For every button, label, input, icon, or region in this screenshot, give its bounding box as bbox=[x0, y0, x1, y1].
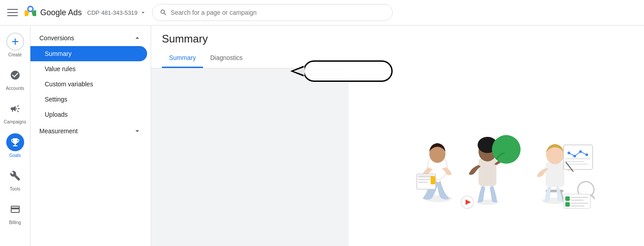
campaigns-icon-circle bbox=[6, 100, 24, 118]
sidebar-item-tools[interactable]: Tools bbox=[0, 163, 30, 195]
search-bar[interactable] bbox=[152, 4, 393, 21]
nav-custom-variables-label: Custom variables bbox=[45, 81, 93, 88]
svg-point-5 bbox=[29, 7, 32, 11]
measurement-label: Measurement bbox=[39, 127, 78, 135]
search-input[interactable] bbox=[171, 9, 385, 16]
svg-rect-30 bbox=[565, 158, 590, 159]
nav-item-value-rules[interactable]: Value rules bbox=[30, 61, 151, 76]
sidebar-item-campaigns[interactable]: Campaigns bbox=[0, 96, 30, 128]
create-icon-circle bbox=[6, 33, 24, 51]
account-info[interactable]: CDP 481-343-5319 bbox=[87, 9, 146, 16]
nav-item-uploads[interactable]: Uploads bbox=[30, 107, 151, 122]
brand-name-label: Google Ads bbox=[40, 8, 82, 17]
tools-icon-circle bbox=[6, 167, 24, 185]
sidebar-item-accounts[interactable]: Accounts bbox=[0, 63, 30, 94]
chevron-down-icon bbox=[140, 9, 147, 16]
accounts-icon-circle bbox=[6, 66, 24, 84]
sidebar-item-goals[interactable]: Goals bbox=[0, 130, 30, 161]
team-illustration bbox=[398, 60, 595, 212]
left-sidebar: Create Accounts Campaigns bbox=[0, 25, 30, 246]
tab-summary-label: Summary bbox=[169, 54, 196, 61]
svg-rect-31 bbox=[565, 161, 584, 162]
goals-icon bbox=[10, 137, 21, 148]
svg-rect-42 bbox=[571, 205, 585, 207]
nav-summary-label: Summary bbox=[45, 50, 72, 57]
billing-label: Billing bbox=[9, 220, 21, 225]
campaigns-label: Campaigns bbox=[4, 119, 26, 124]
svg-rect-38 bbox=[565, 202, 570, 207]
content-area: Summary Summary Diagnostics bbox=[151, 25, 644, 246]
search-icon bbox=[160, 8, 167, 17]
tab-diagnostics-label: Diagnostics bbox=[210, 54, 242, 61]
billing-icon-circle bbox=[6, 200, 24, 218]
campaigns-icon bbox=[10, 103, 21, 114]
conversions-section-header[interactable]: Conversions bbox=[30, 29, 151, 46]
menu-button[interactable] bbox=[7, 7, 18, 18]
nav-value-rules-label: Value rules bbox=[45, 65, 76, 72]
tab-diagnostics[interactable]: Diagnostics bbox=[203, 49, 250, 68]
nav-sidebar: Conversions Summary Value rules Custom v… bbox=[30, 25, 151, 246]
conversions-label: Conversions bbox=[39, 34, 74, 42]
create-label: Create bbox=[8, 52, 21, 57]
main-layout: Create Accounts Campaigns bbox=[0, 25, 644, 246]
svg-rect-41 bbox=[571, 203, 588, 204]
account-label: CDP bbox=[87, 9, 99, 16]
account-number-text: 481-343-5319 bbox=[102, 9, 138, 16]
tab-summary[interactable]: Summary bbox=[162, 49, 203, 68]
svg-point-18 bbox=[492, 135, 521, 164]
illustration-area bbox=[349, 25, 644, 246]
svg-rect-25 bbox=[564, 145, 593, 170]
svg-rect-39 bbox=[571, 197, 588, 198]
accounts-icon bbox=[10, 70, 21, 81]
nav-uploads-label: Uploads bbox=[45, 111, 68, 118]
sidebar-item-create[interactable]: Create bbox=[0, 29, 30, 61]
chevron-down-icon bbox=[133, 127, 142, 136]
accounts-label: Accounts bbox=[6, 86, 24, 91]
nav-item-settings[interactable]: Settings bbox=[30, 92, 151, 107]
nav-item-custom-variables[interactable]: Custom variables bbox=[30, 76, 151, 92]
tools-label: Tools bbox=[10, 187, 20, 191]
svg-rect-13 bbox=[431, 176, 435, 184]
svg-rect-40 bbox=[571, 199, 584, 201]
top-navigation: Google Ads CDP 481-343-5319 bbox=[0, 0, 644, 25]
nav-item-summary[interactable]: Summary bbox=[30, 46, 147, 61]
google-ads-logo-icon bbox=[23, 5, 38, 20]
plus-icon bbox=[10, 36, 21, 47]
google-ads-logo: Google Ads bbox=[23, 5, 82, 20]
svg-line-35 bbox=[591, 195, 595, 201]
goals-label: Goals bbox=[9, 153, 21, 158]
svg-rect-11 bbox=[418, 179, 431, 180]
billing-icon bbox=[10, 204, 21, 215]
svg-rect-12 bbox=[418, 182, 428, 183]
tools-icon bbox=[10, 170, 21, 181]
svg-rect-15 bbox=[479, 158, 496, 186]
goals-icon-circle bbox=[6, 133, 24, 151]
nav-settings-label: Settings bbox=[45, 96, 68, 103]
chevron-up-icon bbox=[133, 34, 142, 42]
svg-rect-32 bbox=[565, 164, 588, 165]
svg-rect-23 bbox=[546, 162, 564, 187]
svg-rect-37 bbox=[565, 196, 570, 201]
sidebar-item-billing[interactable]: Billing bbox=[0, 197, 30, 229]
measurement-section-header[interactable]: Measurement bbox=[30, 122, 151, 139]
